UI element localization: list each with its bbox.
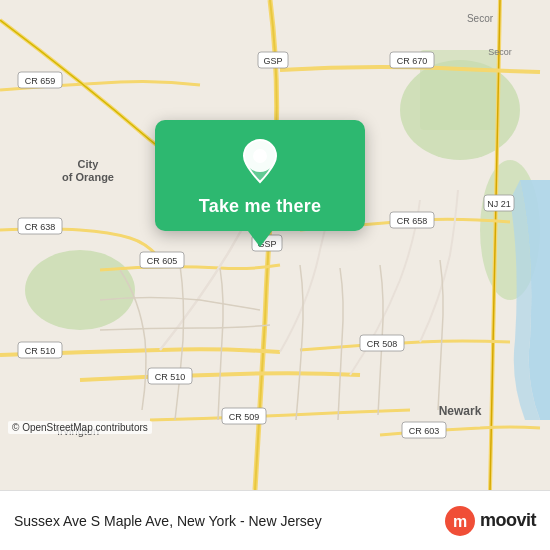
location-pin-icon xyxy=(240,138,280,186)
svg-point-38 xyxy=(253,149,267,163)
take-me-there-button[interactable]: Take me there xyxy=(199,196,321,217)
svg-text:m: m xyxy=(453,513,467,530)
moovit-logo: m moovit xyxy=(444,505,536,537)
svg-text:CR 510: CR 510 xyxy=(155,372,186,382)
bottom-bar: Sussex Ave S Maple Ave, New York - New J… xyxy=(0,490,550,550)
svg-text:CR 508: CR 508 xyxy=(367,339,398,349)
svg-text:CR 658: CR 658 xyxy=(397,216,428,226)
svg-text:CR 603: CR 603 xyxy=(409,426,440,436)
svg-text:CR 670: CR 670 xyxy=(397,56,428,66)
map-container: CR 659 CR 670 GSP GSP NJ 21 CR 638 CR 60… xyxy=(0,0,550,490)
map-attribution: © OpenStreetMap contributors xyxy=(8,421,152,434)
svg-text:Secor: Secor xyxy=(467,13,494,24)
svg-text:GSP: GSP xyxy=(263,56,282,66)
svg-text:of Orange: of Orange xyxy=(62,171,114,183)
location-card[interactable]: Take me there xyxy=(155,120,365,231)
moovit-text: moovit xyxy=(480,510,536,531)
svg-text:CR 509: CR 509 xyxy=(229,412,260,422)
svg-text:CR 510: CR 510 xyxy=(25,346,56,356)
svg-point-1 xyxy=(25,250,135,330)
moovit-icon: m xyxy=(444,505,476,537)
svg-text:Newark: Newark xyxy=(439,404,482,418)
svg-text:Secor: Secor xyxy=(488,47,512,57)
svg-text:CR 605: CR 605 xyxy=(147,256,178,266)
svg-text:CR 659: CR 659 xyxy=(25,76,56,86)
location-text: Sussex Ave S Maple Ave, New York - New J… xyxy=(14,513,444,529)
svg-text:NJ 21: NJ 21 xyxy=(487,199,511,209)
map-svg: CR 659 CR 670 GSP GSP NJ 21 CR 638 CR 60… xyxy=(0,0,550,490)
svg-text:City: City xyxy=(78,158,100,170)
svg-text:CR 638: CR 638 xyxy=(25,222,56,232)
